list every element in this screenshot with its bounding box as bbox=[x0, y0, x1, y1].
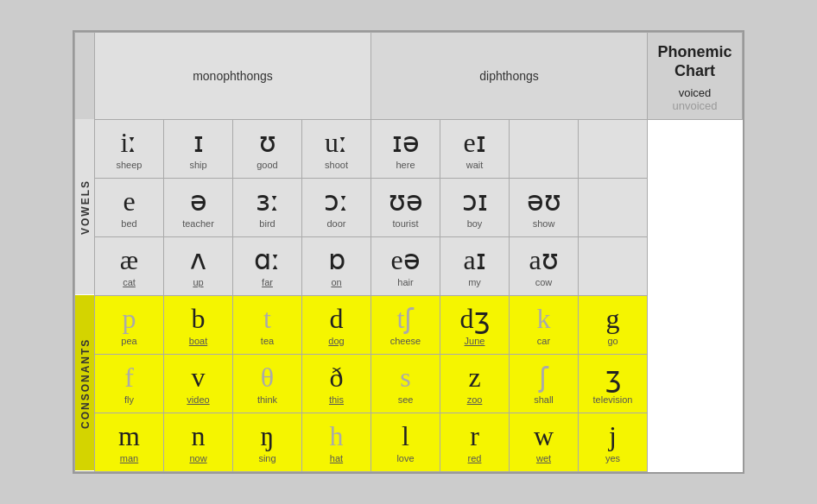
phoneme-word: tea bbox=[235, 336, 300, 346]
phoneme-word: hat bbox=[304, 453, 369, 463]
monophthongs-label: monophthongs bbox=[193, 69, 273, 83]
phoneme-cell: ʃshall bbox=[510, 354, 579, 413]
phoneme-word: yes bbox=[580, 453, 645, 463]
phoneme-cell: ɪəhere bbox=[371, 119, 440, 178]
vowels-label: VOWELS bbox=[75, 119, 95, 295]
phoneme-cell: ŋsing bbox=[233, 413, 302, 471]
monophthongs-header: monophthongs bbox=[95, 33, 371, 119]
phoneme-cell: ɒon bbox=[302, 236, 371, 295]
phoneme-symbol: r bbox=[442, 421, 507, 451]
phoneme-word: sheep bbox=[97, 160, 162, 170]
empty-vowel-cell bbox=[579, 236, 648, 295]
phoneme-cell: ɜːbird bbox=[233, 178, 302, 236]
phoneme-cell: ʌup bbox=[164, 236, 233, 295]
phoneme-word: video bbox=[166, 394, 231, 405]
phoneme-word: bed bbox=[97, 218, 162, 229]
consonant-row-2: fflyvvideoθthinkðthissseezzooʃshallʒtele… bbox=[75, 354, 743, 413]
phoneme-cell: jyes bbox=[579, 413, 648, 471]
phoneme-cell: hhat bbox=[302, 413, 371, 471]
phoneme-word: pea bbox=[97, 336, 162, 346]
phoneme-symbol: eɪ bbox=[442, 128, 507, 158]
phoneme-cell: zzoo bbox=[440, 354, 510, 413]
phoneme-symbol: iː bbox=[97, 128, 162, 158]
phoneme-symbol: p bbox=[97, 304, 162, 334]
phoneme-cell: əteacher bbox=[164, 178, 233, 236]
phoneme-symbol: t bbox=[235, 304, 300, 334]
phoneme-word: here bbox=[373, 160, 438, 170]
phoneme-cell: ɔːdoor bbox=[302, 178, 371, 236]
phoneme-symbol: ʊə bbox=[373, 186, 438, 217]
phoneme-word: television bbox=[580, 394, 645, 405]
phoneme-word: boy bbox=[442, 218, 507, 229]
phoneme-word: show bbox=[511, 218, 576, 229]
phoneme-symbol: h bbox=[304, 421, 369, 451]
phoneme-symbol: v bbox=[166, 362, 231, 393]
phoneme-symbol: θ bbox=[235, 362, 300, 393]
phoneme-word: hair bbox=[373, 277, 438, 287]
phoneme-cell: ebed bbox=[95, 178, 164, 236]
phoneme-word: sing bbox=[235, 453, 300, 463]
phoneme-word: go bbox=[580, 336, 645, 346]
legend-unvoiced: unvoiced bbox=[656, 99, 733, 112]
phoneme-cell: kcar bbox=[510, 295, 579, 354]
phoneme-cell: tʃcheese bbox=[371, 295, 440, 354]
phoneme-symbol: s bbox=[373, 362, 438, 393]
phoneme-symbol: aʊ bbox=[511, 245, 576, 275]
phoneme-word: shall bbox=[511, 394, 576, 405]
phoneme-word: shoot bbox=[304, 160, 369, 170]
phoneme-cell: ssee bbox=[371, 354, 440, 413]
phoneme-cell: aʊcow bbox=[510, 236, 579, 295]
legend-title: PhonemicChart bbox=[656, 43, 733, 80]
phoneme-word: see bbox=[373, 394, 438, 405]
phoneme-word: now bbox=[166, 453, 231, 463]
phoneme-symbol: aɪ bbox=[442, 245, 507, 275]
phoneme-word: love bbox=[373, 453, 438, 463]
phoneme-cell: ðthis bbox=[302, 354, 371, 413]
phoneme-cell: uːshoot bbox=[302, 119, 371, 178]
phoneme-symbol: k bbox=[511, 304, 576, 334]
phonemic-chart: monophthongs diphthongs PhonemicChart vo… bbox=[73, 30, 744, 473]
phoneme-symbol: ɜː bbox=[235, 186, 300, 217]
phoneme-cell: æcat bbox=[95, 236, 164, 295]
phoneme-symbol: j bbox=[580, 421, 645, 451]
phoneme-word: tourist bbox=[373, 218, 438, 229]
phoneme-word: June bbox=[442, 336, 507, 346]
phoneme-word: bird bbox=[235, 218, 300, 229]
phoneme-word: cow bbox=[511, 277, 576, 287]
phoneme-word: up bbox=[166, 277, 231, 287]
phoneme-word: door bbox=[304, 218, 369, 229]
header-row: monophthongs diphthongs PhonemicChart vo… bbox=[75, 33, 743, 119]
phoneme-cell: dʒJune bbox=[440, 295, 510, 354]
phoneme-symbol: ʒ bbox=[580, 362, 645, 393]
phoneme-word: this bbox=[304, 394, 369, 405]
phoneme-cell: eəhair bbox=[371, 236, 440, 295]
phoneme-cell: ppea bbox=[95, 295, 164, 354]
phoneme-word: zoo bbox=[442, 394, 507, 405]
diphthongs-header: diphthongs bbox=[371, 33, 648, 119]
phoneme-symbol: d bbox=[304, 304, 369, 334]
phoneme-cell: ʊətourist bbox=[371, 178, 440, 236]
phoneme-cell: bboat bbox=[164, 295, 233, 354]
phoneme-symbol: ŋ bbox=[235, 421, 300, 451]
phoneme-symbol: m bbox=[97, 421, 162, 451]
phoneme-cell: ɑːfar bbox=[233, 236, 302, 295]
phoneme-symbol: e bbox=[97, 186, 162, 217]
phoneme-cell: mman bbox=[95, 413, 164, 471]
phoneme-cell: əʊshow bbox=[510, 178, 579, 236]
diphthongs-label: diphthongs bbox=[479, 69, 539, 83]
phoneme-symbol: ɔɪ bbox=[442, 186, 507, 217]
phoneme-symbol: æ bbox=[97, 245, 162, 275]
phoneme-word: cat bbox=[97, 277, 162, 287]
vowel-row-3: æcatʌupɑːfarɒoneəhairaɪmyaʊcow bbox=[75, 236, 743, 295]
phoneme-word: car bbox=[511, 336, 576, 346]
phoneme-word: my bbox=[442, 277, 507, 287]
phoneme-cell: aɪmy bbox=[440, 236, 510, 295]
phoneme-symbol: eə bbox=[373, 245, 438, 275]
phoneme-symbol: l bbox=[373, 421, 438, 451]
phoneme-cell: ddog bbox=[302, 295, 371, 354]
phoneme-symbol: ɔː bbox=[304, 186, 369, 217]
phoneme-symbol: w bbox=[511, 421, 576, 451]
phoneme-cell: ttea bbox=[233, 295, 302, 354]
phoneme-word: think bbox=[235, 394, 300, 405]
phoneme-symbol: uː bbox=[304, 128, 369, 158]
